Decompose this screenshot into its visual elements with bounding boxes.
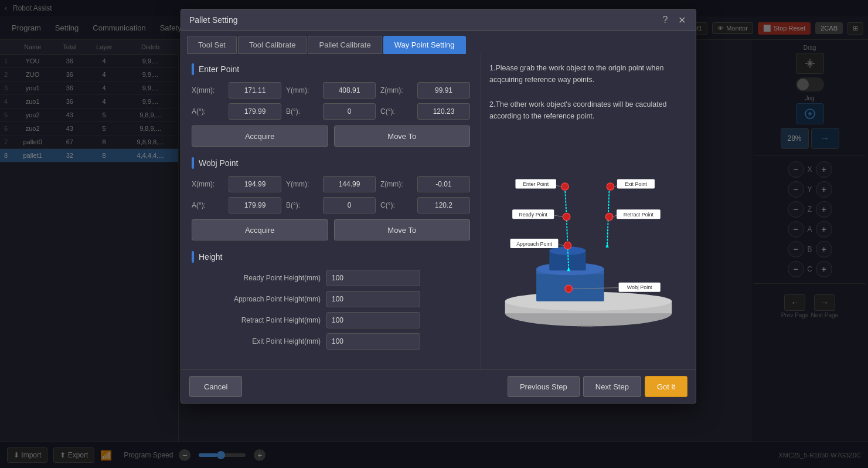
svg-line-15 <box>608 188 610 217</box>
wp-acquire-btn[interactable]: Accquire <box>192 219 328 240</box>
ep-y-label: Y(mm): <box>286 86 318 94</box>
tab-tool-set[interactable]: Tool Set <box>187 36 237 54</box>
svg-line-10 <box>567 217 568 246</box>
ep-c-input[interactable] <box>417 103 470 120</box>
tab-pallet-calibrate[interactable]: Pallet Calibrate <box>308 36 382 54</box>
enter-point-header: Enter Point <box>192 63 470 75</box>
ep-z-input[interactable] <box>417 82 470 99</box>
svg-text:Approach Point: Approach Point <box>516 241 552 247</box>
cancel-btn[interactable]: Cancel <box>189 376 242 397</box>
svg-line-27 <box>556 185 561 186</box>
ready-point-height-row: Ready Point Height(mm) <box>192 270 470 286</box>
next-step-btn[interactable]: Next Step <box>583 376 641 397</box>
help-btn[interactable]: ? <box>659 14 671 26</box>
approach-point-height-label: Approach Point Height(mm) <box>192 295 321 303</box>
section-bar-height <box>192 251 194 263</box>
approach-point-height-input[interactable] <box>326 291 420 307</box>
wp-c-label: C(°): <box>380 201 413 209</box>
pallet-setting-modal: Pallet Setting ? ✕ Tool Set Tool Calibra… <box>181 9 696 403</box>
tab-bar: Tool Set Tool Calibrate Pallet Calibrate… <box>181 31 696 54</box>
enter-point-section: Enter Point X(mm): Y(mm): Z(mm): A(°): <box>192 63 470 147</box>
wobj-point-title: Wobj Point <box>199 158 238 168</box>
wobj-actions: Accquire Move To <box>192 219 470 240</box>
ready-point-height-input[interactable] <box>326 270 420 286</box>
wp-z-label: Z(mm): <box>380 180 413 188</box>
svg-text:Enter Point: Enter Point <box>523 181 549 187</box>
svg-text:Wobj Point: Wobj Point <box>627 284 652 290</box>
height-section: Height Ready Point Height(mm) Approach P… <box>192 251 470 350</box>
close-modal-btn[interactable]: ✕ <box>676 14 687 26</box>
svg-point-23 <box>564 242 571 249</box>
tab-tool-calibrate[interactable]: Tool Calibrate <box>238 36 307 54</box>
svg-line-39 <box>558 245 564 246</box>
svg-point-19 <box>561 183 569 190</box>
ep-x-label: X(mm): <box>192 86 224 94</box>
info-text-2: 2.The other work object's coordinates wi… <box>489 99 687 122</box>
enter-point-title: Enter Point <box>199 65 239 74</box>
svg-line-33 <box>554 215 563 217</box>
wp-y-input[interactable] <box>323 176 376 192</box>
wp-b-input[interactable] <box>323 197 376 213</box>
svg-line-9 <box>565 188 567 217</box>
ep-acquire-btn[interactable]: Accquire <box>192 126 328 147</box>
modal-form: Enter Point X(mm): Y(mm): Z(mm): A(°): <box>181 54 481 369</box>
ep-x-input[interactable] <box>229 82 281 99</box>
wobj-xyz-row: X(mm): Y(mm): Z(mm): <box>192 176 470 192</box>
info-text-1: 1.Please grab the work object to the ori… <box>489 62 687 86</box>
wobj-abc-row: A(°): B(°): C(°): <box>192 197 470 213</box>
wp-move-to-btn[interactable]: Move To <box>334 219 471 240</box>
ep-move-to-btn[interactable]: Move To <box>334 126 471 147</box>
modal-header: Pallet Setting ? ✕ <box>181 9 696 31</box>
exit-point-height-input[interactable] <box>326 333 420 350</box>
ep-c-label: C(°): <box>380 107 413 116</box>
retract-point-height-row: Retract Point Height(mm) <box>192 312 470 328</box>
approach-point-height-row: Approach Point Height(mm) <box>192 291 470 307</box>
previous-step-btn[interactable]: Previous Step <box>508 376 580 397</box>
ready-point-height-label: Ready Point Height(mm) <box>192 274 321 282</box>
ep-b-input[interactable] <box>323 103 376 120</box>
ep-y-input[interactable] <box>323 82 376 99</box>
diagram-area: Enter Point Exit Point Ready Point <box>489 135 687 361</box>
wobj-point-section: Wobj Point X(mm): Y(mm): Z(mm): A(°): <box>192 157 470 240</box>
modal-overlay: Pallet Setting ? ✕ Tool Set Tool Calibra… <box>0 0 868 468</box>
svg-line-36 <box>613 215 617 217</box>
svg-text:Retract Point: Retract Point <box>624 212 654 218</box>
wp-c-input[interactable] <box>417 197 470 213</box>
svg-point-22 <box>605 213 612 220</box>
height-header: Height <box>192 251 470 263</box>
tab-way-point-setting[interactable]: Way Point Setting <box>383 36 466 54</box>
wobj-point-header: Wobj Point <box>192 157 470 169</box>
svg-point-24 <box>565 285 572 292</box>
height-title: Height <box>199 252 222 262</box>
enter-point-xyz-row: X(mm): Y(mm): Z(mm): <box>192 82 470 99</box>
exit-point-height-label: Exit Point Height(mm) <box>192 337 321 345</box>
ep-b-label: B(°): <box>286 107 318 116</box>
retract-point-height-input[interactable] <box>326 312 420 328</box>
svg-text:« toolset: « toolset <box>577 323 595 328</box>
svg-point-21 <box>563 213 570 220</box>
section-bar-wobj <box>192 157 194 169</box>
ep-a-label: A(°): <box>192 107 224 116</box>
footer-right: Previous Step Next Step Got it <box>508 376 687 397</box>
ep-a-input[interactable] <box>229 103 281 120</box>
wp-a-label: A(°): <box>192 201 224 209</box>
wp-b-label: B(°): <box>286 201 318 209</box>
retract-point-height-label: Retract Point Height(mm) <box>192 316 321 324</box>
wp-y-label: Y(mm): <box>286 180 318 188</box>
got-it-btn[interactable]: Got it <box>645 376 687 397</box>
svg-line-30 <box>614 185 617 187</box>
modal-info-diagram: 1.Please grab the work object to the ori… <box>481 54 696 369</box>
wp-z-input[interactable] <box>417 176 470 192</box>
footer-left: Cancel <box>189 376 242 397</box>
svg-text:Ready Point: Ready Point <box>519 212 548 218</box>
wp-x-label: X(mm): <box>192 180 224 188</box>
exit-point-height-row: Exit Point Height(mm) <box>192 333 470 350</box>
svg-text:Exit Point: Exit Point <box>625 181 647 187</box>
svg-line-16 <box>607 217 608 246</box>
wp-x-input[interactable] <box>229 176 281 192</box>
modal-body: Enter Point X(mm): Y(mm): Z(mm): A(°): <box>181 54 696 369</box>
enter-point-actions: Accquire Move To <box>192 126 470 147</box>
wp-a-input[interactable] <box>229 197 281 213</box>
section-bar-enter <box>192 63 194 75</box>
svg-point-20 <box>607 183 614 190</box>
